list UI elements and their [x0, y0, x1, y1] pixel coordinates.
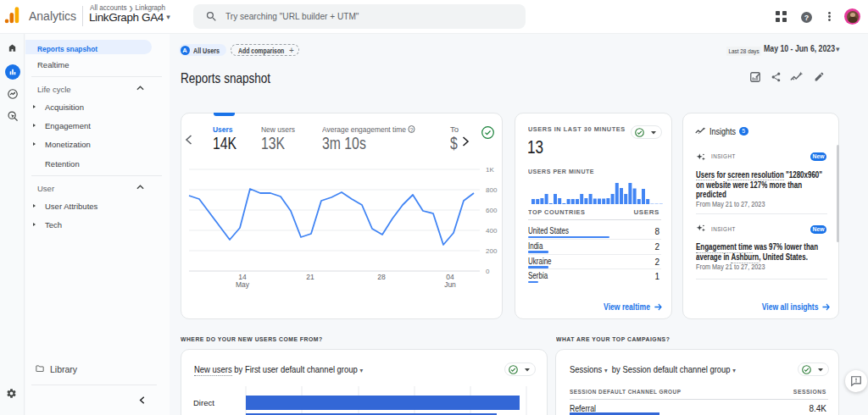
svg-text:28: 28 [377, 273, 386, 281]
svg-text:600: 600 [486, 207, 498, 214]
svg-text:0: 0 [486, 268, 490, 275]
svg-text:400: 400 [486, 227, 498, 235]
svg-text:1K: 1K [486, 166, 494, 174]
svg-text:21: 21 [306, 273, 314, 281]
svg-text:?: ? [804, 14, 810, 22]
svg-text:May: May [236, 280, 250, 289]
svg-text:200: 200 [486, 247, 498, 255]
svg-text:Direct: Direct [193, 398, 214, 407]
svg-text:Jun: Jun [444, 280, 456, 289]
svg-text:800: 800 [486, 186, 498, 194]
